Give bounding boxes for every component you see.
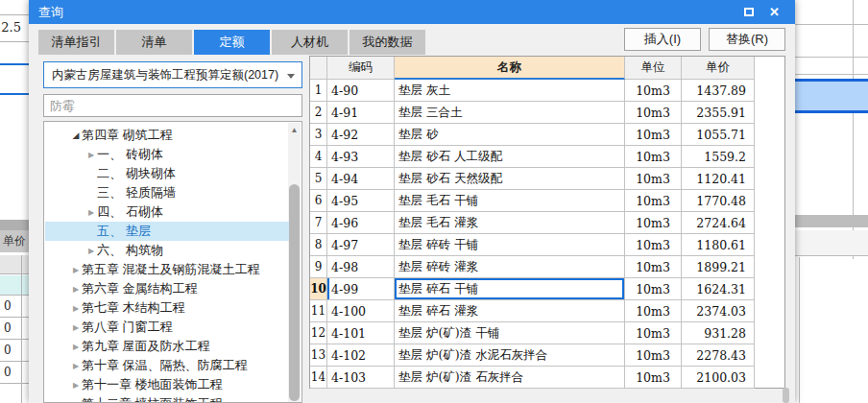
column-header-price[interactable]: 单价	[682, 57, 755, 80]
unit-cell[interactable]: 10m3	[625, 278, 682, 300]
price-cell[interactable]: 2100.03	[682, 367, 755, 389]
unit-cell[interactable]: 10m3	[625, 234, 682, 256]
code-cell[interactable]: 4-103	[327, 367, 395, 389]
maximize-icon[interactable]	[744, 8, 754, 16]
price-cell[interactable]: 1559.2	[682, 146, 755, 168]
name-cell[interactable]: 垫层 碎石 灌浆	[395, 300, 625, 322]
code-cell[interactable]: 4-97	[327, 234, 395, 256]
tree-item[interactable]: ▶第七章 木结构工程	[45, 298, 289, 318]
name-cell[interactable]: 垫层 炉(矿)渣 水泥石灰拌合	[395, 344, 625, 367]
tab-1[interactable]: 清单指引	[38, 30, 114, 55]
price-cell[interactable]: 2374.03	[682, 300, 755, 322]
code-cell[interactable]: 4-90	[327, 80, 395, 102]
unit-cell[interactable]: 10m3	[625, 212, 682, 234]
tree-scrollbar-thumb[interactable]	[289, 184, 300, 401]
price-cell[interactable]: 1770.48	[682, 190, 755, 212]
price-cell[interactable]: 1055.71	[682, 124, 755, 146]
code-cell[interactable]: 4-99	[327, 278, 395, 300]
code-cell[interactable]: 4-92	[327, 124, 395, 146]
tree-item[interactable]: ▶第九章 屋面及防水工程	[45, 337, 289, 356]
unit-cell[interactable]: 10m3	[625, 300, 682, 322]
column-header-name[interactable]: 名称	[395, 57, 625, 80]
table-row[interactable]: 24-91垫层 三合土10m32355.91	[310, 102, 784, 124]
price-cell[interactable]: 1899.21	[682, 256, 755, 278]
table-row[interactable]: 134-102垫层 炉(矿)渣 水泥石灰拌合10m32278.43	[310, 344, 784, 367]
price-cell[interactable]: 2724.64	[682, 212, 755, 234]
unit-cell[interactable]: 10m3	[625, 367, 682, 389]
name-cell[interactable]: 垫层 毛石 灌浆	[395, 212, 625, 234]
table-row[interactable]: 54-94垫层 砂石 天然级配10m31120.41	[310, 168, 784, 190]
collapsed-icon[interactable]: ▶	[70, 381, 82, 390]
tree-item[interactable]: ▶第六章 金属结构工程	[45, 279, 289, 298]
price-cell[interactable]: 2355.91	[682, 102, 755, 124]
name-cell[interactable]: 垫层 炉(矿)渣 石灰拌合	[395, 367, 625, 389]
name-cell[interactable]: 垫层 砂	[395, 124, 625, 146]
code-cell[interactable]: 4-94	[327, 168, 395, 190]
tree-item[interactable]: ▶第五章 混凝土及钢筋混凝土工程	[45, 260, 289, 279]
dialog-titlebar[interactable]: 查询 ✕	[29, 0, 795, 24]
tree-item[interactable]: 三、轻质隔墙	[45, 183, 289, 202]
table-row[interactable]: 84-97垫层 碎砖 干铺10m31180.61	[310, 234, 784, 256]
tab-2[interactable]: 清单	[116, 30, 192, 55]
unit-cell[interactable]: 10m3	[625, 256, 682, 278]
column-header-code[interactable]: 编码	[327, 57, 395, 80]
table-row[interactable]: 64-95垫层 毛石 干铺10m31770.48	[310, 190, 784, 212]
unit-cell[interactable]: 10m3	[625, 322, 682, 344]
collapsed-icon[interactable]: ▶	[70, 343, 82, 351]
unit-cell[interactable]: 10m3	[625, 168, 682, 190]
table-row[interactable]: 114-100垫层 碎石 灌浆10m32374.03	[310, 300, 784, 322]
tab-4[interactable]: 人材机	[272, 30, 348, 55]
name-cell[interactable]: 垫层 碎石 干铺	[395, 278, 625, 300]
tree-item[interactable]: ▶一、砖砌体	[45, 145, 289, 164]
code-cell[interactable]: 4-98	[327, 256, 395, 278]
code-cell[interactable]: 4-101	[327, 322, 395, 344]
tab-5[interactable]: 我的数据	[350, 30, 425, 55]
name-cell[interactable]: 垫层 碎砖 灌浆	[395, 256, 625, 278]
collapsed-icon[interactable]: ▶	[70, 285, 82, 294]
price-cell[interactable]: 1624.31	[682, 278, 755, 300]
tree-item[interactable]: ▶四、石砌体	[45, 202, 289, 222]
code-cell[interactable]: 4-93	[327, 146, 395, 168]
table-row[interactable]: 34-92垫层 砂10m31055.71	[310, 124, 784, 146]
name-cell[interactable]: 垫层 三合土	[395, 102, 625, 124]
collapsed-icon[interactable]: ▶	[70, 400, 82, 403]
name-cell[interactable]: 垫层 碎砖 干铺	[395, 234, 625, 256]
tree-item[interactable]: ▶第十一章 楼地面装饰工程	[45, 375, 289, 394]
price-cell[interactable]: 1180.61	[682, 234, 755, 256]
price-cell[interactable]: 931.28	[682, 322, 755, 344]
code-cell[interactable]: 4-91	[327, 102, 395, 124]
table-row[interactable]: 144-103垫层 炉(矿)渣 石灰拌合10m32100.03	[310, 367, 784, 389]
replace-button[interactable]: 替换(R)	[709, 28, 785, 51]
name-cell[interactable]: 垫层 砂石 天然级配	[395, 168, 625, 190]
code-cell[interactable]: 4-96	[327, 212, 395, 234]
unit-cell[interactable]: 10m3	[625, 146, 682, 168]
tree-item[interactable]: ◢第四章 砌筑工程	[45, 126, 289, 145]
collapsed-icon[interactable]: ▶	[70, 266, 82, 274]
collapsed-icon[interactable]: ▶	[70, 304, 82, 313]
dialog-scrollbar-thumb[interactable]	[783, 388, 789, 403]
name-cell[interactable]: 垫层 毛石 干铺	[395, 190, 625, 212]
unit-cell[interactable]: 10m3	[625, 124, 682, 146]
price-cell[interactable]: 1120.41	[682, 168, 755, 190]
tree-item[interactable]: ▶第十二章 墙柱面装饰工程	[45, 394, 289, 403]
price-cell[interactable]: 2278.43	[682, 344, 755, 367]
code-cell[interactable]: 4-100	[327, 300, 395, 322]
table-row[interactable]: 74-96垫层 毛石 灌浆10m32724.64	[310, 212, 784, 234]
tree-item[interactable]: 二、砌块砌体	[45, 164, 289, 183]
column-header-unit[interactable]: 单位	[625, 57, 682, 80]
collapsed-icon[interactable]: ▶	[70, 323, 82, 332]
unit-cell[interactable]: 10m3	[625, 344, 682, 367]
table-row[interactable]: 44-93垫层 砂石 人工级配10m31559.2	[310, 146, 784, 168]
tree-item[interactable]: ▶第八章 门窗工程	[45, 318, 289, 337]
table-row[interactable]: 124-101垫层 炉(矿)渣 干铺10m3931.28	[310, 322, 784, 344]
tree-item[interactable]: ▶第十章 保温、隔热、防腐工程	[45, 356, 289, 375]
unit-cell[interactable]: 10m3	[625, 80, 682, 102]
name-cell[interactable]: 垫层 炉(矿)渣 干铺	[395, 322, 625, 344]
unit-cell[interactable]: 10m3	[625, 102, 682, 124]
collapsed-icon[interactable]: ▶	[85, 151, 97, 159]
tab-3[interactable]: 定额	[194, 30, 270, 55]
name-cell[interactable]: 垫层 灰土	[395, 80, 625, 102]
collapsed-icon[interactable]: ▶	[85, 247, 97, 255]
search-input[interactable]	[43, 94, 302, 117]
tree-scrollbar[interactable]: ▲	[288, 123, 301, 403]
